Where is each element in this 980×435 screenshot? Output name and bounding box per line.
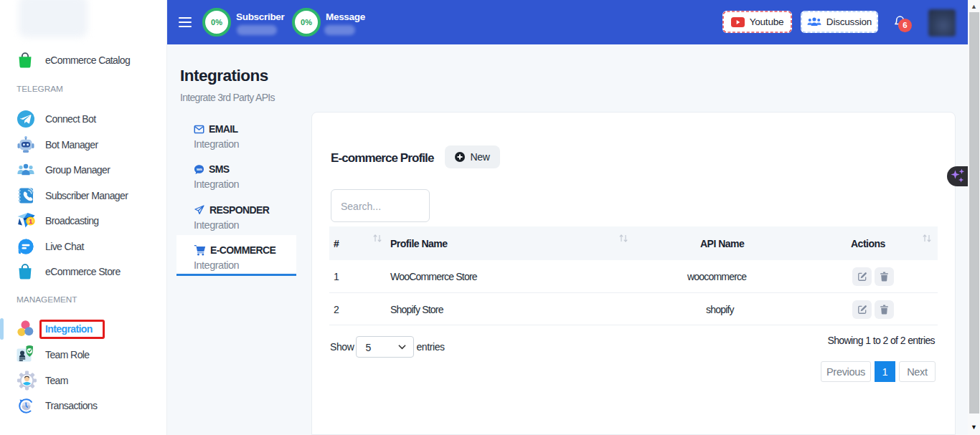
- svg-text:1: 1: [29, 217, 33, 225]
- svg-text:SMS: SMS: [197, 167, 202, 171]
